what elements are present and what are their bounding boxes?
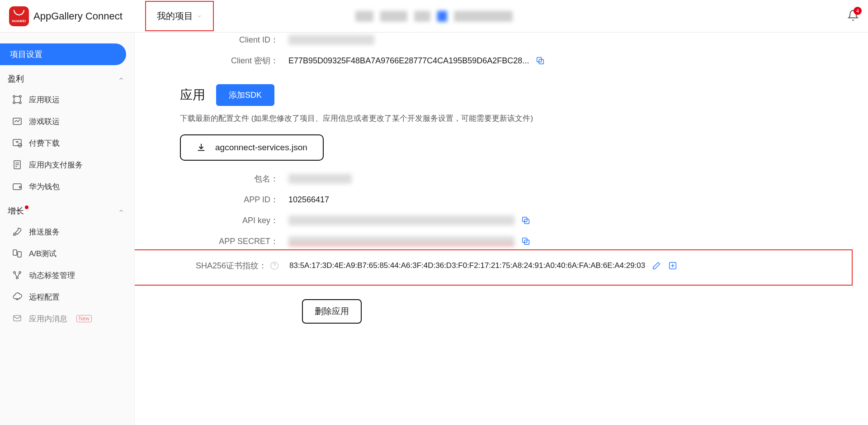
sidebar-item-push[interactable]: 推送服务 <box>0 221 126 243</box>
add-sdk-button[interactable]: 添加SDK <box>216 84 274 106</box>
sidebar-label: 动态标签管理 <box>29 270 75 281</box>
help-icon[interactable] <box>269 261 279 271</box>
sidebar-item-iap[interactable]: 应用内支付服务 <box>0 154 126 176</box>
sidebar-label: 付费下载 <box>29 138 60 148</box>
sidebar-label: 应用内支付服务 <box>29 160 83 170</box>
svg-rect-13 <box>13 250 17 255</box>
sidebar-item-abtest[interactable]: A/B测试 <box>0 243 126 264</box>
wallet-icon <box>12 181 23 192</box>
group-label: 增长 <box>8 205 28 216</box>
my-project-dropdown[interactable]: 我的项目 <box>145 1 214 31</box>
message-icon <box>12 313 23 324</box>
copy-icon[interactable] <box>535 56 545 66</box>
header-center-blur <box>355 11 513 22</box>
chevron-up-icon <box>118 208 124 214</box>
sidebar-group-growth[interactable]: 增长 <box>0 197 134 221</box>
red-dot-icon <box>25 205 28 209</box>
sidebar-item-wallet[interactable]: 华为钱包 <box>0 176 126 197</box>
download-filename: agconnect-services.json <box>215 143 307 153</box>
sidebar-item-dtm[interactable]: 动态标签管理 <box>0 264 126 286</box>
sidebar-label: A/B测试 <box>29 248 57 259</box>
sha256-highlight-box: SHA256证书指纹： 83:5A:17:3D:4E:A9:B7:65:85:4… <box>135 249 853 286</box>
ab-icon <box>12 248 23 259</box>
chart-icon <box>12 116 23 127</box>
download-config-button[interactable]: agconnect-services.json <box>180 134 324 161</box>
package-label: 包名： <box>180 173 288 184</box>
nodes-icon <box>12 94 23 105</box>
download-hint: 下载最新的配置文件 (如果您修改了项目、应用信息或者更改了某个开发服务设置，可能… <box>180 113 850 124</box>
svg-point-16 <box>19 272 21 273</box>
client-secret-label: Client 密钥： <box>180 55 288 66</box>
api-key-value-blurred <box>288 215 514 225</box>
download-money-icon: ¥ <box>12 138 23 148</box>
sidebar-label: 应用内消息 <box>29 314 67 324</box>
svg-point-3 <box>19 102 21 104</box>
sha256-value: 83:5A:17:3D:4E:A9:B7:65:85:44:A6:3F:4D:3… <box>289 261 645 270</box>
svg-point-0 <box>13 96 15 97</box>
svg-point-1 <box>19 96 21 97</box>
chevron-down-icon <box>197 14 202 19</box>
copy-icon[interactable] <box>521 215 531 225</box>
sidebar-label: 推送服务 <box>29 227 60 237</box>
group-label: 盈利 <box>8 73 24 84</box>
sidebar-label: 华为钱包 <box>29 181 60 192</box>
svg-rect-14 <box>18 252 21 257</box>
app-secret-label: APP SECRET： <box>180 236 288 247</box>
notification-bell[interactable]: 4 <box>847 10 859 23</box>
bell-badge: 4 <box>854 7 862 15</box>
package-value-blurred <box>288 174 352 184</box>
app-id-label: APP ID： <box>180 194 288 205</box>
sidebar-item-inapp-msg[interactable]: 应用内消息 New <box>0 308 126 329</box>
sidebar-item-project-settings[interactable]: 项目设置 <box>0 43 126 65</box>
top-header: AppGallery Connect 我的项目 4 <box>0 0 868 33</box>
download-icon <box>196 143 206 153</box>
main-content: Client ID： Client 密钥： E77B95D09325F48BA7… <box>135 33 868 425</box>
sidebar-label: 项目设置 <box>10 49 42 60</box>
product-title: AppGallery Connect <box>33 10 123 22</box>
receipt-icon <box>12 159 23 170</box>
delete-app-button[interactable]: 删除应用 <box>302 299 362 324</box>
rocket-icon <box>12 226 23 237</box>
client-secret-value: E77B95D09325F48BA7A9766E28777C4CA195B59D… <box>288 56 529 66</box>
app-id-value: 102566417 <box>288 195 329 205</box>
sidebar-group-profit[interactable]: 盈利 <box>0 65 134 89</box>
huawei-logo-icon <box>9 6 29 26</box>
sidebar-label: 应用联运 <box>29 95 60 105</box>
cloud-config-icon <box>12 291 23 302</box>
sidebar-label: 游戏联运 <box>29 116 60 127</box>
app-section-title: 应用 <box>180 86 205 104</box>
tag-tree-icon <box>12 270 23 281</box>
api-key-label: API key： <box>180 215 288 226</box>
svg-point-2 <box>13 102 15 104</box>
copy-icon[interactable] <box>521 236 531 246</box>
sidebar-item-paid-download[interactable]: ¥ 付费下载 <box>0 132 126 154</box>
sidebar-item-remote-config[interactable]: 远程配置 <box>0 286 126 308</box>
my-project-label: 我的项目 <box>157 10 193 22</box>
svg-text:¥: ¥ <box>19 144 21 147</box>
client-id-value-blurred <box>288 35 374 45</box>
sidebar-label: 远程配置 <box>29 292 60 302</box>
sidebar-item-game-joint[interactable]: 游戏联运 <box>0 110 126 132</box>
app-secret-value-blurred <box>288 236 514 246</box>
logo-area: AppGallery Connect <box>9 6 123 26</box>
svg-rect-19 <box>14 315 21 321</box>
new-badge: New <box>76 315 92 322</box>
svg-point-15 <box>14 272 15 273</box>
sidebar: 项目设置 盈利 应用联运 游戏联运 ¥ 付费下载 应用内支付服务 华为钱包 <box>0 33 135 425</box>
chevron-up-icon <box>118 76 124 82</box>
sidebar-item-app-joint[interactable]: 应用联运 <box>0 89 126 110</box>
edit-icon[interactable] <box>651 261 661 271</box>
svg-point-17 <box>16 277 18 279</box>
sha256-label: SHA256证书指纹： <box>181 260 289 271</box>
add-icon[interactable] <box>668 261 678 271</box>
client-id-label: Client ID： <box>180 34 288 45</box>
